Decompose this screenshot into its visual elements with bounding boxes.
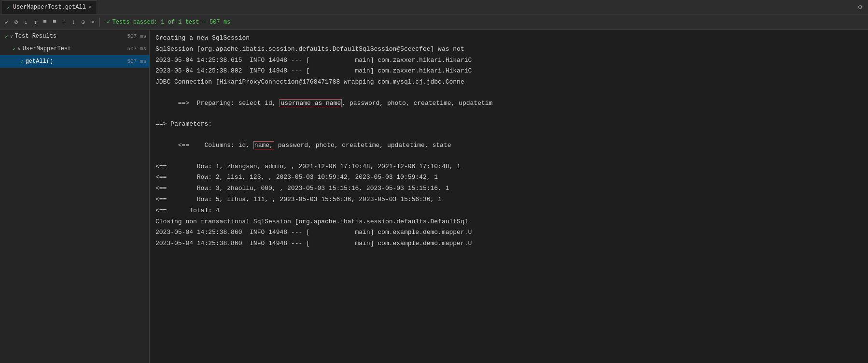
tree-item-duration-2: 507 ms xyxy=(127,58,146,64)
console-line-7-after: password, photo, createtime, updatetime,… xyxy=(274,142,451,149)
tree-item-check-icon-2: ✓ xyxy=(20,58,24,65)
settings-icon[interactable]: ⚙ xyxy=(854,3,866,11)
toolbar-status: ✓ Tests passed: 1 of 1 test – 507 ms xyxy=(107,18,230,26)
toolbar-rerun-up-icon[interactable]: ↥ xyxy=(31,17,39,27)
console-line-14: 2023-05-04 14:25:38.860 INFO 14948 --- [… xyxy=(150,227,868,238)
console-line-4: JDBC Connection [HikariProxyConnection@1… xyxy=(150,77,868,88)
console-line-5-before: ==> Preparing: select id, xyxy=(178,100,280,107)
toolbar-more-icon[interactable]: » xyxy=(89,17,97,27)
toolbar-group-icon[interactable]: ≡ xyxy=(51,17,58,27)
tree-item-check-icon-0: ✓ xyxy=(5,33,8,40)
tree-item-label-1: UserMapperTest xyxy=(23,45,126,52)
console-line-8: <== Row: 1, zhangsan, admin, , 2021-12-0… xyxy=(150,161,868,173)
toolbar-stop-icon[interactable]: ⊘ xyxy=(13,17,20,27)
console-line-15: 2023-05-04 14:25:38.860 INFO 14948 --- [… xyxy=(150,238,868,249)
console-line-5-after: , password, photo, createtime, updatetim xyxy=(342,100,492,107)
console-line-7: <== Columns: id, name, password, photo, … xyxy=(150,130,868,161)
left-panel: ✓ ∨ Test Results 507 ms ✓ ∨ UserMapperTe… xyxy=(0,30,150,363)
tree-item-check-icon-1: ✓ xyxy=(13,46,16,52)
console-line-10: <== Row: 3, zhaoliu, 000, , 2023-05-03 1… xyxy=(150,183,868,194)
tree-item-test-results[interactable]: ✓ ∨ Test Results 507 ms xyxy=(0,30,149,43)
toolbar-rerun-down-icon[interactable]: ↧ xyxy=(22,17,30,27)
toolbar-prev-icon[interactable]: ↑ xyxy=(60,17,68,27)
tab-label: UserMapperTest.getAll xyxy=(13,4,86,11)
toolbar-filter-icon[interactable]: ≡ xyxy=(41,17,49,27)
toolbar-check-icon[interactable]: ✓ xyxy=(3,17,11,27)
right-panel[interactable]: Creating a new SqlSession SqlSession [or… xyxy=(150,30,868,363)
tree-item-chevron-0: ∨ xyxy=(10,33,13,39)
tab-check-icon: ✓ xyxy=(7,4,10,11)
console-line-7-highlight: name, xyxy=(253,141,274,149)
console-line-0: Creating a new SqlSession xyxy=(150,33,868,44)
tree-item-getall[interactable]: ✓ getAll() 507 ms xyxy=(0,55,149,68)
console-line-9: <== Row: 2, lisi, 123, , 2023-05-03 10:5… xyxy=(150,172,868,183)
tab-usermappertest-getall[interactable]: ✓ UserMapperTest.getAll × xyxy=(2,0,97,14)
toolbar-status-check-icon: ✓ xyxy=(107,18,110,26)
console-line-1: SqlSession [org.apache.ibatis.session.de… xyxy=(150,44,868,55)
console-line-11: <== Row: 5, lihua, 111, , 2023-05-03 15:… xyxy=(150,194,868,205)
main-content: ✓ ∨ Test Results 507 ms ✓ ∨ UserMapperTe… xyxy=(0,30,868,363)
toolbar-separator xyxy=(99,18,100,27)
console-line-7-before: <== Columns: id, xyxy=(178,142,253,149)
console-line-6: ==> Parameters: xyxy=(150,119,868,130)
console-line-5-highlight: username as name xyxy=(280,99,342,107)
tree-item-duration-1: 507 ms xyxy=(127,46,146,52)
test-tree: ✓ ∨ Test Results 507 ms ✓ ∨ UserMapperTe… xyxy=(0,30,149,363)
toolbar: ✓ ⊘ ↧ ↥ ≡ ≡ ↑ ↓ ⊙ » ✓ Tests passed: 1 of… xyxy=(0,15,868,30)
toolbar-status-text: Tests passed: 1 of 1 test – 507 ms xyxy=(112,19,230,26)
console-line-2: 2023-05-04 14:25:38.615 INFO 14948 --- [… xyxy=(150,55,868,66)
toolbar-search-icon[interactable]: ⊙ xyxy=(80,17,87,27)
console-line-3: 2023-05-04 14:25:38.802 INFO 14948 --- [… xyxy=(150,66,868,77)
console-line-5: ==> Preparing: select id, username as na… xyxy=(150,88,868,119)
tree-item-label-0: Test Results xyxy=(15,33,126,40)
tree-item-chevron-1: ∨ xyxy=(18,46,21,52)
tree-item-label-2: getAll() xyxy=(26,58,126,65)
toolbar-next-icon[interactable]: ↓ xyxy=(70,17,78,27)
console-line-13: Closing non transactional SqlSession [or… xyxy=(150,217,868,228)
tree-item-usermappertest[interactable]: ✓ ∨ UserMapperTest 507 ms xyxy=(0,43,149,55)
tree-item-duration-0: 507 ms xyxy=(127,33,146,39)
tab-bar: ✓ UserMapperTest.getAll × ⚙ xyxy=(0,0,868,15)
tab-close-button[interactable]: × xyxy=(89,5,92,10)
console-line-12: <== Total: 4 xyxy=(150,205,868,217)
